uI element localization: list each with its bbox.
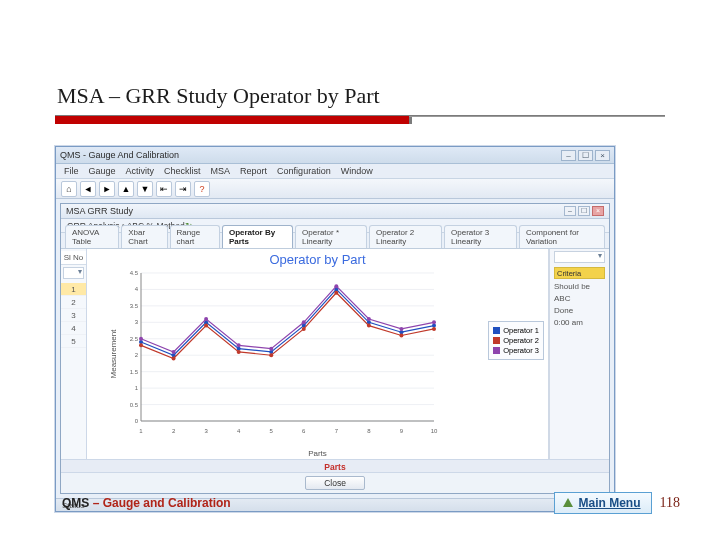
tab-op2-lin[interactable]: Operator 2 Linearity <box>369 225 442 248</box>
svg-point-60 <box>399 327 403 331</box>
svg-text:4: 4 <box>135 286 139 292</box>
serial-row-3[interactable]: 3 <box>61 309 86 322</box>
svg-point-43 <box>172 357 176 361</box>
inner-minimize-icon[interactable]: – <box>564 206 576 216</box>
menu-msa[interactable]: MSA <box>211 166 231 176</box>
inner-window-title: MSA GRR Study <box>66 206 133 216</box>
svg-point-61 <box>432 320 436 324</box>
up-icon[interactable]: ▲ <box>118 181 134 197</box>
first-icon[interactable]: ⇤ <box>156 181 172 197</box>
serial-row-4[interactable]: 4 <box>61 322 86 335</box>
serial-rail: Sl No 1 2 3 4 5 <box>61 249 87 459</box>
criteria-shouldbe: Should be <box>554 281 605 293</box>
svg-point-50 <box>399 333 403 337</box>
close-button[interactable]: Close <box>305 476 365 490</box>
criteria-done: Done <box>554 305 605 317</box>
svg-text:8: 8 <box>367 428 371 434</box>
criteria-abc: ABC <box>554 293 605 305</box>
criteria-time: 0:00 am <box>554 317 605 329</box>
tab-op3-lin[interactable]: Operator 3 Linearity <box>444 225 517 248</box>
app-titlebar: QMS - Gauge And Calibration – ☐ × <box>56 147 614 164</box>
app-title: QMS - Gauge And Calibration <box>60 150 179 160</box>
menu-bar: File Gauge Activity Checklist MSA Report… <box>56 164 614 179</box>
down-icon[interactable]: ▼ <box>137 181 153 197</box>
svg-text:10: 10 <box>431 428 438 434</box>
maximize-icon[interactable]: ☐ <box>578 150 593 161</box>
tab-operator-by-parts[interactable]: Operator By Parts <box>222 225 293 248</box>
main-menu-button[interactable]: Main Menu <box>554 492 652 514</box>
footer-caption: QMS – Gauge and Calibration <box>62 496 231 510</box>
svg-text:4: 4 <box>237 428 241 434</box>
criteria-header: Criteria <box>554 267 605 279</box>
inner-close-icon[interactable]: × <box>592 206 604 216</box>
svg-text:1: 1 <box>139 428 143 434</box>
tab-comp-var[interactable]: Component for Variation <box>519 225 605 248</box>
svg-point-57 <box>302 320 306 324</box>
serial-row-5[interactable]: 5 <box>61 335 86 348</box>
svg-text:4.5: 4.5 <box>130 270 139 276</box>
page-number: 118 <box>660 495 680 511</box>
serial-row-1[interactable]: 1 <box>61 283 86 296</box>
toolbar: ⌂ ◄ ► ▲ ▼ ⇤ ⇥ ? <box>56 179 614 199</box>
xaxis-strip: Parts <box>61 459 609 473</box>
svg-text:1.5: 1.5 <box>130 369 139 375</box>
menu-file[interactable]: File <box>64 166 79 176</box>
footer-sep: – <box>89 496 102 510</box>
serial-row-2[interactable]: 2 <box>61 296 86 309</box>
line-chart: 00.511.522.533.544.512345678910 <box>115 267 440 437</box>
grr-study-window: MSA GRR Study – ☐ × GRR Analysis • ABC %… <box>60 203 610 494</box>
tab-anova[interactable]: ANOVA Table <box>65 225 119 248</box>
menu-activity[interactable]: Activity <box>126 166 155 176</box>
tab-xbar[interactable]: Xbar Chart <box>121 225 167 248</box>
serial-dropdown[interactable] <box>63 267 84 279</box>
svg-text:3: 3 <box>204 428 208 434</box>
svg-point-46 <box>269 353 273 357</box>
tab-range[interactable]: Range chart <box>170 225 220 248</box>
svg-text:3.5: 3.5 <box>130 303 139 309</box>
left-icon[interactable]: ◄ <box>80 181 96 197</box>
tab-strip: ANOVA Table Xbar Chart Range chart Opera… <box>61 233 609 249</box>
svg-point-55 <box>237 343 241 347</box>
chart-xlabel: Parts <box>87 449 548 458</box>
svg-point-45 <box>237 350 241 354</box>
menu-checklist[interactable]: Checklist <box>164 166 201 176</box>
svg-point-51 <box>432 327 436 331</box>
close-icon[interactable]: × <box>595 150 610 161</box>
chart-legend: Operator 1Operator 2Operator 3 <box>488 321 544 360</box>
svg-text:1: 1 <box>135 385 139 391</box>
svg-text:0.5: 0.5 <box>130 402 139 408</box>
footer-qms: QMS <box>62 496 89 510</box>
inner-maximize-icon[interactable]: ☐ <box>578 206 590 216</box>
title-rule <box>55 115 665 124</box>
menu-window[interactable]: Window <box>341 166 373 176</box>
svg-point-48 <box>334 291 338 295</box>
svg-text:2.5: 2.5 <box>130 336 139 342</box>
criteria-dropdown[interactable] <box>554 251 605 263</box>
svg-point-54 <box>204 317 208 321</box>
svg-point-47 <box>302 327 306 331</box>
app-window: QMS - Gauge And Calibration – ☐ × File G… <box>55 146 615 512</box>
main-menu-label: Main Menu <box>579 496 641 510</box>
svg-point-42 <box>139 343 143 347</box>
svg-point-53 <box>172 350 176 354</box>
menu-config[interactable]: Configuration <box>277 166 331 176</box>
criteria-panel: Criteria Should be ABC Done 0:00 am <box>549 249 609 459</box>
up-arrow-icon <box>563 498 573 507</box>
right-icon[interactable]: ► <box>99 181 115 197</box>
help-icon[interactable]: ? <box>194 181 210 197</box>
serial-header: Sl No <box>61 251 86 265</box>
slide-title: MSA – GRR Study Operator by Part <box>55 75 665 115</box>
last-icon[interactable]: ⇥ <box>175 181 191 197</box>
svg-point-58 <box>334 284 338 288</box>
svg-point-56 <box>269 347 273 351</box>
svg-text:5: 5 <box>270 428 274 434</box>
chart-panel: Operator by Part Measurement Parts 00.51… <box>87 249 549 459</box>
minimize-icon[interactable]: – <box>561 150 576 161</box>
svg-text:0: 0 <box>135 418 139 424</box>
tab-op1-lin[interactable]: Operator * Linearity <box>295 225 367 248</box>
svg-text:2: 2 <box>172 428 176 434</box>
home-icon[interactable]: ⌂ <box>61 181 77 197</box>
svg-point-52 <box>139 337 143 341</box>
menu-report[interactable]: Report <box>240 166 267 176</box>
menu-gauge[interactable]: Gauge <box>89 166 116 176</box>
